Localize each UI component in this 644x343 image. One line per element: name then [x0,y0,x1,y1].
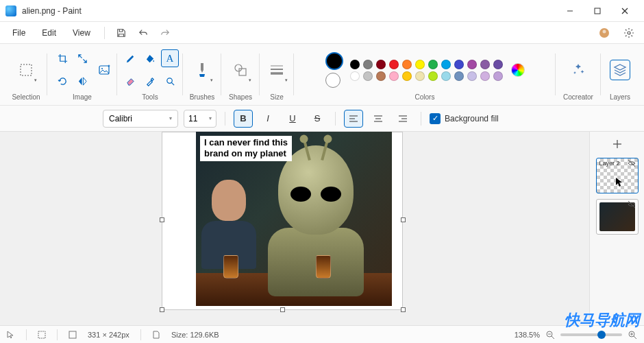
color-swatch[interactable] [402,60,412,69]
size-tool[interactable]: ▾ [265,56,288,84]
text-tool[interactable]: A [161,49,179,67]
save-icon[interactable] [112,23,131,43]
settings-icon[interactable] [619,23,639,43]
svg-rect-28 [38,331,45,338]
redo-icon[interactable] [156,23,175,43]
pencil-tool[interactable] [121,49,139,67]
color-swatch[interactable] [363,71,373,81]
ai-tool[interactable] [93,56,116,84]
color-swatch[interactable] [493,71,503,81]
crop-tool[interactable] [53,49,71,67]
color-swatch[interactable] [389,71,399,81]
layer-name: Layer 2 [599,160,620,167]
italic-button[interactable]: I [258,110,277,128]
canvas-area[interactable]: I can never find this brand on my planet [0,132,589,325]
zoom-slider[interactable] [560,333,622,336]
color-swatch[interactable] [415,60,425,69]
font-name: Calibri [109,114,132,123]
color-swatch[interactable] [376,60,386,69]
color-swatch[interactable] [454,71,464,81]
statusbar: 331 × 242px Size: 129.6KB 138.5% [0,325,644,343]
selection-label: Selection [12,93,40,101]
select-tool[interactable]: ▾ [14,56,38,84]
color-swatch[interactable] [467,60,477,69]
eraser-tool[interactable] [121,73,139,91]
font-selector[interactable]: Calibri▾ [103,110,178,128]
text-toolbar: Calibri▾ 11▾ B I U S ✓ Background fill [0,106,644,132]
color-swatch[interactable] [428,60,438,69]
color-swatch[interactable] [441,60,451,69]
color-swatch[interactable] [363,60,373,69]
magnify-tool[interactable] [161,73,179,91]
visibility-icon[interactable] [628,159,637,169]
color-swatch[interactable] [402,71,412,81]
flip-tool[interactable] [73,73,91,91]
resize-tool[interactable] [73,49,91,67]
align-center-button[interactable] [369,110,388,128]
svg-line-36 [634,336,636,339]
fill-tool[interactable] [141,49,159,67]
visibility-icon[interactable] [628,200,637,210]
text-overlay[interactable]: I can never find this brand on my planet [200,136,292,161]
svg-line-11 [171,83,174,86]
font-size-selector[interactable]: 11▾ [184,110,216,128]
maximize-button[interactable] [584,0,611,22]
handle-bottom[interactable] [280,307,285,312]
bold-button[interactable]: B [234,110,253,128]
svg-rect-1 [595,8,600,14]
color-swatch[interactable] [454,60,464,69]
add-layer-button[interactable] [609,136,626,152]
undo-icon[interactable] [134,23,153,43]
color-swatch[interactable] [350,71,360,81]
shapes-tool[interactable]: ▾ [229,56,252,84]
color-swatch[interactable] [415,71,425,81]
color-swatch[interactable] [493,60,503,69]
layer-item-1[interactable] [596,199,639,235]
strikethrough-button[interactable]: S [308,110,327,128]
menu-file[interactable]: File [5,25,32,40]
zoom-in-button[interactable] [628,330,637,340]
handle-left[interactable] [160,217,164,222]
handle-br[interactable] [401,307,406,312]
group-tools: A Tools [119,47,181,102]
brush-tool[interactable]: ▾ [190,56,214,84]
minimize-button[interactable] [556,0,584,22]
layers-button[interactable] [610,60,630,80]
menu-edit[interactable]: Edit [35,25,63,40]
layer-item-2[interactable]: Layer 2 [596,158,639,193]
zoom-value: 138.5% [515,331,540,339]
color-swatch[interactable] [480,60,490,69]
checkbox-icon: ✓ [430,113,441,124]
primary-color[interactable] [325,52,343,70]
background-fill-toggle[interactable]: ✓ Background fill [430,113,499,124]
file-size: Size: 129.6KB [171,331,219,339]
handle-right[interactable] [401,217,406,222]
color-swatch[interactable] [376,71,386,81]
zoom-out-button[interactable] [545,330,555,340]
shapes-label: Shapes [229,93,252,101]
group-size: ▾ Size [262,47,292,102]
group-selection: ▾ Selection [7,47,45,102]
handle-bl[interactable] [160,307,164,312]
menu-view[interactable]: View [66,25,97,40]
tools-label: Tools [142,93,158,101]
underline-button[interactable]: U [283,110,302,128]
color-swatch[interactable] [480,71,490,81]
cocreator-button[interactable] [568,60,589,80]
color-swatch[interactable] [428,71,438,81]
edit-colors-icon[interactable] [511,63,525,77]
svg-rect-29 [69,331,76,338]
color-swatch[interactable] [441,71,451,81]
account-icon[interactable] [595,23,614,43]
color-swatch[interactable] [350,60,360,69]
canvas-dimensions: 331 × 242px [88,331,129,339]
close-button[interactable] [611,0,639,22]
align-right-button[interactable] [393,110,412,128]
picker-tool[interactable] [141,73,159,91]
secondary-color[interactable] [325,73,340,88]
svg-point-5 [603,29,606,33]
color-swatch[interactable] [467,71,477,81]
align-left-button[interactable] [344,110,363,128]
rotate-tool[interactable] [53,73,71,91]
color-swatch[interactable] [389,60,399,69]
